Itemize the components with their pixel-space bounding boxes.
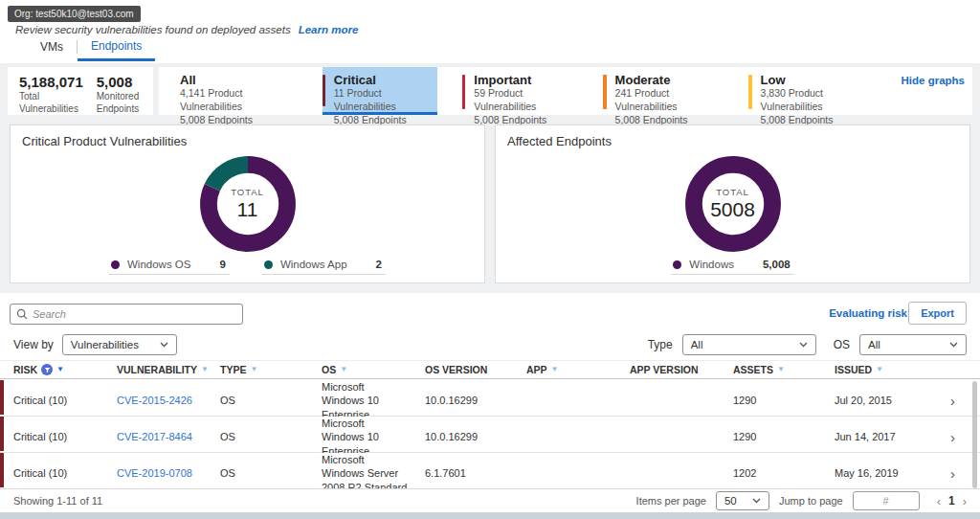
tab-vms[interactable]: VMs: [27, 40, 77, 59]
column-header-issued[interactable]: ISSUED▼: [835, 364, 940, 375]
sort-caret-icon[interactable]: ▼: [551, 366, 559, 373]
legend-value: 2: [376, 259, 382, 270]
column-header-type[interactable]: TYPE▼: [220, 364, 322, 375]
severity-filters-panel: All 4,141 Product Vulnerabilities 5,008 …: [159, 67, 972, 115]
cell-vulnerability-link[interactable]: CVE-2017-8464: [117, 430, 220, 443]
sort-caret-icon[interactable]: ▼: [56, 366, 64, 373]
column-label: ASSETS: [733, 364, 773, 375]
table-body: Critical (10) CVE-2015-2426 OS Microsoft…: [0, 380, 980, 489]
severity-filter-critical[interactable]: Critical 11 Product Vulnerabilities 5,00…: [323, 67, 438, 115]
os-select[interactable]: All: [859, 334, 967, 355]
column-label: APP: [526, 364, 547, 375]
legend-label: Windows: [689, 259, 734, 270]
sort-caret-icon[interactable]: ▼: [340, 366, 347, 373]
severity-filter-moderate[interactable]: Moderate 241 Product Vulnerabilities 5,0…: [603, 67, 724, 115]
tab-endpoints[interactable]: Endpoints: [78, 39, 155, 61]
type-select[interactable]: All: [682, 334, 816, 355]
summary-stats-card: 5,188,071 TotalVulnerabilities 5,008 Mon…: [8, 67, 153, 115]
search-box[interactable]: [10, 304, 243, 325]
severity-filter-text: All 4,141 Product Vulnerabilities 5,008 …: [180, 74, 284, 115]
severity-filter-important[interactable]: Important 59 Product Vulnerabilities 5,0…: [462, 67, 578, 115]
cell-vulnerability-link[interactable]: CVE-2015-2426: [117, 394, 220, 407]
table-row[interactable]: Critical (10) CVE-2015-2426 OS Microsoft…: [0, 380, 980, 417]
evaluating-risk-link[interactable]: Evaluating risk: [829, 307, 907, 319]
bottom-strip: [0, 512, 980, 519]
column-header-os-version: OS VERSION: [425, 364, 526, 375]
donut-chart-card: Critical Product Vulnerabilities TOTAL 1…: [10, 124, 485, 283]
monitored-endpoints-stat: 5,008 MonitoredEndpoints: [97, 74, 139, 115]
chevron-down-icon: [799, 342, 808, 348]
total-vulnerabilities-value: 5,188,071: [19, 74, 83, 90]
sort-caret-icon[interactable]: ▼: [876, 366, 883, 373]
severity-filter-text: Critical 11 Product Vulnerabilities 5,00…: [334, 74, 424, 112]
monitored-endpoints-label: MonitoredEndpoints: [97, 91, 139, 115]
hide-graphs-link[interactable]: Hide graphs: [902, 67, 972, 115]
search-icon: [16, 308, 28, 320]
view-by-select[interactable]: Vulnerabilities: [62, 334, 177, 355]
previous-page-arrow[interactable]: ‹: [937, 495, 941, 508]
view-by-value: Vulnerabilities: [71, 339, 139, 350]
current-page-number: 1: [948, 494, 955, 508]
chart-legend: Windows OS9Windows App2: [11, 259, 484, 275]
severity-filter-title: Critical: [334, 74, 424, 87]
type-value: All: [691, 339, 703, 350]
severity-filter-title: Low: [761, 74, 863, 87]
column-header-vulnerability[interactable]: VULNERABILITY▼: [117, 364, 220, 375]
search-input[interactable]: [33, 308, 236, 320]
severity-filter-all[interactable]: All 4,141 Product Vulnerabilities 5,008 …: [180, 67, 298, 115]
chart-legend: Windows5,008: [496, 259, 969, 275]
table-row[interactable]: Critical (10) CVE-2019-0708 OS Microsoft…: [0, 453, 980, 489]
cell-os: Microsoft Windows 10 Enterprise: [322, 380, 419, 421]
items-per-page-label: Items per page: [636, 495, 706, 507]
donut-chart: TOTAL 5008: [679, 150, 787, 258]
page-header: Review security vulnerabilities found on…: [0, 0, 980, 63]
donut-chart: TOTAL 11: [194, 150, 301, 258]
learn-more-link[interactable]: Learn more: [299, 24, 359, 35]
cell-risk: Critical (10): [13, 466, 117, 480]
os-label: OS: [834, 338, 850, 351]
sort-caret-icon[interactable]: ▼: [250, 366, 257, 373]
severity-color-bar: [748, 75, 751, 109]
column-label: TYPE: [220, 364, 246, 375]
table-row[interactable]: Critical (10) CVE-2017-8464 OS Microsoft…: [0, 417, 980, 453]
severity-filter-low[interactable]: Low 3,830 Product Vulnerabilities 5,008 …: [748, 67, 876, 115]
severity-filter-text: Moderate 241 Product Vulnerabilities 5,0…: [615, 74, 711, 115]
type-label: Type: [648, 338, 673, 351]
severity-filter-vulns: 241 Product Vulnerabilities: [615, 87, 711, 113]
column-header-app[interactable]: APP▼: [526, 364, 630, 375]
legend-dot-icon: [111, 260, 120, 269]
severity-filter-title: Moderate: [615, 74, 711, 87]
legend-dot-icon: [264, 260, 273, 269]
legend-item: Windows App2: [262, 259, 386, 275]
total-vulnerabilities-label: TotalVulnerabilities: [19, 91, 83, 115]
table-scrollbar[interactable]: [972, 381, 977, 488]
filter-applied-icon[interactable]: [41, 364, 53, 375]
pagination-controls: Items per page 50 Jump to page ‹ 1 ›: [636, 491, 967, 510]
org-badge: Org: test50k10@test03.com: [8, 6, 141, 22]
export-button[interactable]: Export: [908, 302, 967, 325]
type-os-filters: Type All OS All: [648, 334, 967, 355]
tab-bar: VMs Endpoints: [27, 40, 155, 59]
donut-chart-card: Affected Endpoints TOTAL 5008 Windows5,0…: [495, 124, 970, 283]
severity-filter-vulns: 4,141 Product Vulnerabilities: [180, 87, 284, 113]
severity-filter-title: All: [180, 74, 284, 87]
next-page-arrow[interactable]: ›: [963, 495, 967, 508]
jump-to-page-input[interactable]: [853, 491, 920, 510]
column-label: VULNERABILITY: [117, 364, 197, 375]
column-header-risk[interactable]: RISK▼: [13, 364, 117, 375]
chevron-down-icon: [949, 342, 958, 348]
items-per-page-select[interactable]: 50: [716, 491, 769, 510]
severity-filter-text: Important 59 Product Vulnerabilities 5,0…: [474, 74, 565, 115]
sort-caret-icon[interactable]: ▼: [777, 366, 785, 373]
column-header-assets[interactable]: ASSETS▼: [733, 364, 835, 375]
column-header-os[interactable]: OS▼: [322, 364, 425, 375]
cell-risk: Critical (10): [13, 394, 117, 407]
severity-filter-text: Low 3,830 Product Vulnerabilities 5,008 …: [761, 74, 863, 115]
description-text: Review security vulnerabilities found on…: [15, 24, 291, 35]
vulnerabilities-dashboard: Review security vulnerabilities found on…: [0, 0, 980, 519]
table-header-row: RISK▼VULNERABILITY▼TYPE▼OS▼OS VERSIONAPP…: [0, 360, 980, 379]
cell-vulnerability-link[interactable]: CVE-2019-0708: [117, 466, 220, 480]
cell-issued: May 16, 2019: [835, 466, 940, 480]
jump-to-page-label: Jump to page: [779, 495, 843, 507]
sort-caret-icon[interactable]: ▼: [201, 366, 209, 373]
